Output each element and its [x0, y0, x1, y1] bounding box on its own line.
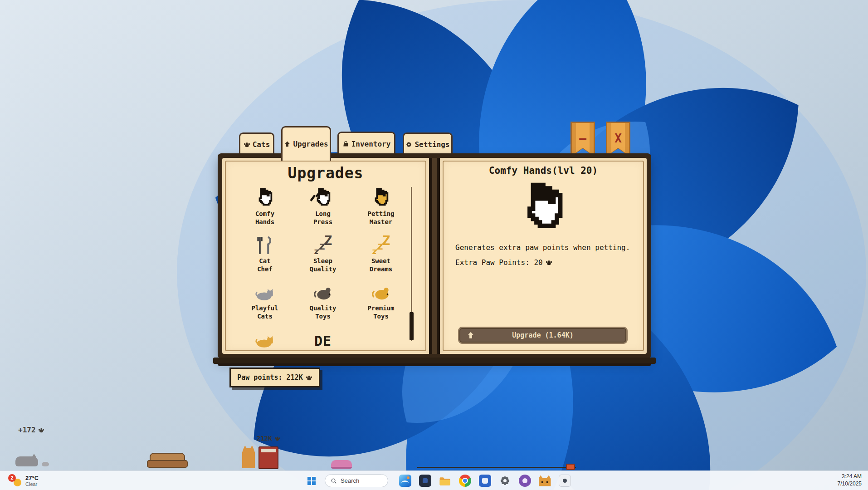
upgrades-page: Upgrades Comfy Hands Long [222, 158, 429, 354]
file-explorer-icon[interactable] [436, 472, 454, 490]
tab-inventory[interactable]: Inventory [337, 132, 395, 155]
taskbar-icons [396, 472, 573, 490]
tab-label: Cats [253, 140, 270, 149]
extra-paw-points-label: Extra Paw Points: 20 [455, 258, 543, 267]
tab-label: Inventory [351, 140, 391, 148]
upgrade-label: Sweet [370, 257, 393, 265]
gear-icon [405, 141, 412, 148]
clock-tray[interactable]: 3:24 AM 7/10/2025 [838, 473, 862, 487]
light-circle-icon [559, 475, 571, 487]
search-icon [331, 478, 337, 484]
upgrade-label: Long [313, 210, 332, 218]
close-button[interactable]: X [606, 122, 630, 157]
upgrade-label: Chef [257, 265, 273, 273]
upgrade-label: Quality [309, 304, 336, 312]
upgrades-scrollbar[interactable] [411, 187, 412, 341]
ground-line [417, 467, 576, 468]
tab-upgrades[interactable]: Upgrades [281, 126, 331, 161]
tab-cats[interactable]: Cats [239, 132, 274, 155]
paw-points-banner: Paw points: 212K [229, 368, 320, 387]
upgrade-item-clipped-text[interactable]: DE [314, 329, 332, 349]
blue-square-icon [479, 475, 491, 487]
paw-icon [38, 427, 44, 433]
upgrade-item-premium-toys[interactable]: Premium Toys [367, 282, 394, 329]
zzz-dark-icon [312, 235, 333, 256]
upgrade-label: Cats [251, 312, 278, 320]
desktop: z z Z [0, 0, 868, 490]
cutlery-icon [254, 235, 275, 256]
upgrade-item-petting-master[interactable]: Petting Master [367, 188, 394, 235]
paw-icon [306, 374, 312, 381]
cat-gray-icon [254, 282, 275, 303]
chrome-logo-icon [459, 475, 471, 487]
folder-icon [439, 475, 451, 487]
mouse-gold-icon [371, 282, 391, 303]
settings-icon[interactable] [496, 472, 513, 490]
hand-press-icon [312, 188, 333, 209]
couch-seat-sprite [147, 460, 188, 468]
toy-mouse-sprite [42, 462, 49, 466]
cat-face-icon [539, 475, 551, 486]
taskbar: 2 27°C Clear Search 3:24 AM [0, 470, 868, 490]
paw-icon [274, 436, 280, 441]
up-arrow-icon [284, 141, 291, 147]
upgrade-item-cat-chef[interactable]: Cat Chef [254, 235, 275, 282]
standing-cat-sprite[interactable] [242, 446, 255, 468]
mouse-dark-icon [312, 282, 333, 303]
notification-badge: 2 [8, 474, 16, 482]
up-arrow-icon [467, 331, 475, 339]
upgrade-label: Playful [251, 304, 278, 312]
upgrade-item-comfy-hands[interactable]: Comfy Hands [254, 188, 275, 235]
scrollbar-thumb[interactable] [410, 312, 414, 340]
paw-points-label: Paw points: 212K [237, 373, 303, 382]
cat-game-icon[interactable] [536, 472, 553, 490]
book-cover-ledge-shadow [218, 363, 651, 366]
upgrade-label: Hands [255, 218, 274, 226]
chrome-icon[interactable] [456, 472, 473, 490]
upgrade-item-quality-toys[interactable]: Quality Toys [309, 282, 336, 329]
paw-icon [546, 259, 552, 266]
upgrade-item-clipped[interactable] [254, 329, 275, 349]
upgrade-item-playful-cats[interactable]: Playful Cats [251, 282, 278, 329]
tab-settings[interactable]: Settings [403, 132, 453, 155]
upgrade-label: Dreams [370, 265, 393, 273]
hand-white-icon [254, 188, 275, 209]
paw-gain-popup: +172 [18, 426, 44, 434]
purple-app-icon[interactable] [516, 472, 533, 490]
book-sprite[interactable] [258, 446, 278, 469]
cat-bed-sprite [331, 460, 352, 469]
blue-wave-app-icon[interactable] [396, 472, 414, 490]
paw-icon [244, 141, 250, 148]
tab-label: Settings [414, 140, 449, 149]
upgrade-label: Quality [309, 265, 336, 273]
world-paw-value: 212K [257, 435, 272, 442]
gear-icon [499, 475, 511, 487]
upgrade-label: Comfy [255, 210, 274, 218]
ground-slider-handle[interactable] [566, 464, 575, 470]
weather-widget[interactable]: 2 27°C Clear [5, 471, 43, 490]
purple-circle-icon [519, 475, 531, 487]
search-label: Search [341, 477, 359, 484]
search-box[interactable]: Search [325, 474, 388, 487]
weather-temperature: 27°C [25, 475, 39, 481]
book-spine [429, 158, 440, 354]
comfy-hands-icon [516, 181, 571, 236]
paw-gain-value: +172 [18, 426, 36, 434]
start-button[interactable] [303, 472, 320, 490]
sleeping-cat-sprite[interactable] [15, 456, 38, 466]
book-cover-ledge [213, 358, 656, 364]
upgrade-button-label: Upgrade (1.64K) [512, 331, 573, 339]
upgrade-button[interactable]: Upgrade (1.64K) [458, 327, 628, 344]
tray-time: 3:24 AM [842, 473, 862, 480]
upgrade-label: Premium [367, 304, 394, 312]
blue-app-icon[interactable] [476, 472, 493, 490]
light-app-icon[interactable] [556, 472, 573, 490]
upgrade-label: Master [367, 218, 394, 226]
upgrade-item-long-press[interactable]: Long Press [312, 188, 333, 235]
weather-condition: Clear [25, 481, 39, 487]
dark-app-icon[interactable] [416, 472, 434, 490]
upgrade-item-sleep-quality[interactable]: Sleep Quality [309, 235, 336, 282]
minimize-button[interactable]: — [571, 122, 595, 157]
upgrade-label: Toys [367, 312, 394, 320]
upgrade-item-sweet-dreams[interactable]: Sweet Dreams [370, 235, 393, 282]
